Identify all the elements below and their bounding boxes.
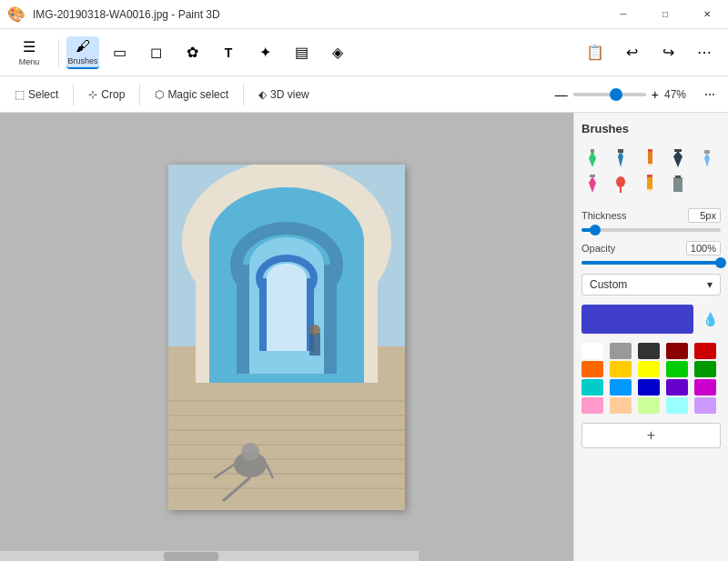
main-toolbar: ☰ Menu 🖌 Brushes ▭ ◻ ✿ T ✦ ▤ ◈ 📋 ↩ ↪ ⋯	[0, 29, 728, 76]
thickness-slider[interactable]	[581, 228, 721, 232]
3dview-tool-icon: ⬖	[258, 88, 267, 101]
palette-color-19[interactable]	[694, 397, 716, 414]
zoom-out-button[interactable]: —	[555, 87, 568, 102]
color-swatch-main[interactable]	[581, 305, 693, 334]
titlebar-controls: ─ □ ✕	[602, 0, 728, 29]
menu-icon: ☰	[23, 38, 35, 55]
thickness-value: 5px	[688, 208, 721, 223]
text-icon: T	[225, 45, 233, 60]
maximize-button[interactable]: □	[644, 0, 686, 29]
palette-color-16[interactable]	[610, 397, 632, 414]
thickness-thumb[interactable]	[590, 225, 601, 235]
main-layout: Brushes	[0, 113, 728, 561]
opacity-slider[interactable]	[581, 261, 721, 265]
svg-rect-40	[674, 149, 682, 152]
palette-color-2[interactable]	[638, 343, 660, 359]
3dview-button[interactable]: ◈	[321, 36, 354, 69]
2d-shapes-button[interactable]: ▭	[103, 36, 136, 69]
svg-rect-42	[704, 150, 710, 154]
effects-button[interactable]: ✦	[248, 36, 281, 69]
palette-color-5[interactable]	[581, 361, 603, 377]
brush-oil[interactable]	[581, 174, 603, 195]
menu-button[interactable]: ☰ Menu	[7, 36, 51, 69]
paste-button[interactable]: 📋	[579, 36, 612, 69]
zoom-area: — + 47% ⋯	[555, 86, 721, 103]
undo-button[interactable]: ↩	[615, 36, 648, 69]
horizontal-scrollbar[interactable]	[0, 550, 419, 561]
palette-color-4[interactable]	[694, 343, 716, 359]
palette-color-11[interactable]	[610, 379, 632, 396]
close-button[interactable]: ✕	[686, 0, 728, 29]
canvas-button[interactable]: ▤	[285, 36, 318, 69]
zoom-percent: 47%	[664, 88, 693, 101]
svg-rect-50	[673, 177, 682, 192]
palette-color-12[interactable]	[638, 379, 660, 396]
palette-color-6[interactable]	[610, 361, 632, 377]
eyedropper-button[interactable]: 💧	[699, 308, 721, 330]
svg-marker-32	[589, 151, 596, 167]
3dview-tool-button[interactable]: ⬖ 3D view	[251, 85, 317, 105]
magic-select-button[interactable]: ⬡ Magic select	[147, 85, 236, 105]
brush-pixel[interactable]	[667, 174, 689, 195]
brush-airbrush[interactable]	[696, 148, 718, 170]
brush-calligraphy[interactable]	[667, 148, 689, 170]
magic-select-label: Magic select	[167, 88, 228, 101]
palette-color-0[interactable]	[581, 343, 603, 359]
stickers-button[interactable]: ✿	[176, 36, 208, 69]
effects-icon: ✦	[259, 44, 271, 61]
opacity-thumb[interactable]	[715, 257, 726, 268]
brush-pencil[interactable]	[639, 148, 661, 170]
canvas-area[interactable]	[0, 113, 573, 561]
svg-rect-17	[168, 383, 405, 510]
brush-marker[interactable]	[581, 148, 603, 170]
tools-more-button[interactable]: ⋯	[699, 86, 721, 103]
plus-icon: +	[647, 427, 655, 444]
crop-tool-button[interactable]: ⊹ Crop	[81, 85, 132, 105]
canvas-image	[168, 165, 405, 510]
palette-color-3[interactable]	[666, 343, 688, 359]
crop-label: Crop	[101, 88, 125, 101]
custom-dropdown[interactable]: Custom ▾	[581, 274, 721, 296]
brush-watercolor[interactable]	[610, 174, 632, 195]
svg-marker-48	[647, 189, 652, 193]
brush-crayon[interactable]	[639, 174, 661, 195]
svg-point-31	[309, 325, 320, 336]
zoom-in-button[interactable]: +	[652, 87, 659, 102]
titlebar-title: IMG-20190318-WA0016.jpg - Paint 3D	[33, 8, 220, 21]
redo-button[interactable]: ↪	[652, 36, 684, 69]
opacity-label: Opacity	[581, 243, 615, 254]
palette-color-13[interactable]	[666, 379, 688, 396]
menu-label: Menu	[19, 57, 40, 66]
brushes-icon: 🖌	[76, 38, 90, 55]
select-tool-button[interactable]: ⬚ Select	[7, 85, 66, 105]
palette-color-17[interactable]	[638, 397, 660, 414]
scroll-thumb[interactable]	[164, 552, 218, 561]
minimize-button[interactable]: ─	[602, 0, 644, 29]
more-options-button[interactable]: ⋯	[688, 36, 721, 69]
zoom-slider[interactable]	[573, 93, 646, 96]
brushes-tool-button[interactable]: 🖌 Brushes	[66, 36, 99, 69]
tools-sep-1	[73, 84, 74, 105]
brushes-label: Brushes	[67, 56, 97, 65]
palette-color-18[interactable]	[666, 397, 688, 414]
thickness-label: Thickness	[581, 210, 627, 221]
svg-rect-35	[618, 149, 623, 153]
svg-point-45	[616, 176, 625, 187]
svg-rect-30	[309, 333, 320, 356]
zoom-thumb[interactable]	[610, 88, 622, 101]
text-button[interactable]: T	[212, 36, 245, 69]
3dview-icon: ◈	[332, 44, 343, 61]
magic-select-icon: ⬡	[155, 88, 164, 101]
palette-color-15[interactable]	[581, 397, 603, 414]
palette-color-9[interactable]	[694, 361, 716, 377]
eyedropper-icon: 💧	[703, 312, 718, 326]
palette-color-8[interactable]	[666, 361, 688, 377]
3d-shapes-button[interactable]: ◻	[139, 36, 172, 69]
select-icon: ⬚	[15, 88, 25, 101]
add-color-button[interactable]: +	[581, 423, 721, 448]
palette-color-10[interactable]	[581, 379, 603, 396]
palette-color-1[interactable]	[610, 343, 632, 359]
palette-color-14[interactable]	[694, 379, 716, 396]
brush-pen[interactable]	[610, 148, 632, 170]
palette-color-7[interactable]	[638, 361, 660, 377]
